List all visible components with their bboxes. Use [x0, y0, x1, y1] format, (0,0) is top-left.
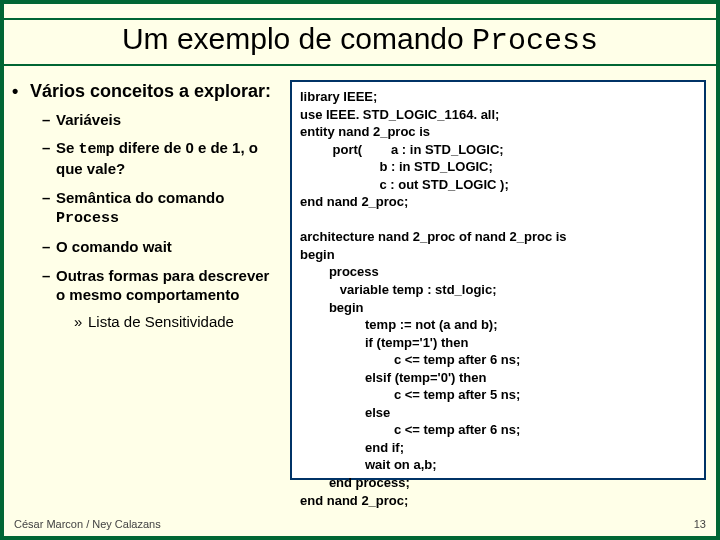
sub-item-3-a: Semântica do comando	[56, 189, 224, 206]
sub-item-1: Variáveis	[42, 111, 282, 130]
subsub-list: Lista de Sensitividade	[56, 313, 282, 332]
code-box: library IEEE; use IEEE. STD_LOGIC_1164. …	[290, 80, 706, 480]
sub-item-5-text: Outras formas para descrever o mesmo com…	[56, 267, 269, 303]
title-bar: Um exemplo de comando Process	[4, 18, 716, 66]
footer-page: 13	[694, 518, 706, 530]
content-row: • Vários conceitos a explorar: Variáveis…	[4, 66, 716, 480]
footer-authors: César Marcon / Ney Calazans	[14, 518, 161, 530]
sub-item-4: O comando wait	[42, 238, 282, 257]
sub-item-3-mono: Process	[56, 210, 119, 227]
footer: César Marcon / Ney Calazans 13	[14, 518, 706, 530]
slide: Um exemplo de comando Process • Vários c…	[0, 0, 720, 540]
title-mono: Process	[472, 24, 598, 58]
sub-item-2-mono: temp	[79, 141, 115, 158]
bullet-dot-icon: •	[12, 80, 30, 103]
sub-item-2: Se temp difere de 0 e de 1, o que vale?	[42, 139, 282, 179]
slide-title: Um exemplo de comando Process	[4, 22, 716, 58]
sub-item-1-text: Variáveis	[56, 111, 121, 128]
code-content: library IEEE; use IEEE. STD_LOGIC_1164. …	[300, 89, 567, 508]
sub-item-5: Outras formas para descrever o mesmo com…	[42, 267, 282, 331]
sub-item-3: Semântica do comando Process	[42, 189, 282, 229]
sub-list: Variáveis Se temp difere de 0 e de 1, o …	[12, 111, 282, 332]
sub-item-2-a: Se	[56, 139, 79, 156]
subsub-item-1-text: Lista de Sensitividade	[88, 313, 234, 330]
left-column: • Vários conceitos a explorar: Variáveis…	[12, 80, 282, 480]
main-bullet-text: Vários conceitos a explorar:	[30, 80, 271, 103]
subsub-item-1: Lista de Sensitividade	[74, 313, 282, 332]
title-text: Um exemplo de comando	[122, 22, 472, 55]
sub-item-4-text: O comando wait	[56, 238, 172, 255]
main-bullet: • Vários conceitos a explorar:	[12, 80, 282, 103]
